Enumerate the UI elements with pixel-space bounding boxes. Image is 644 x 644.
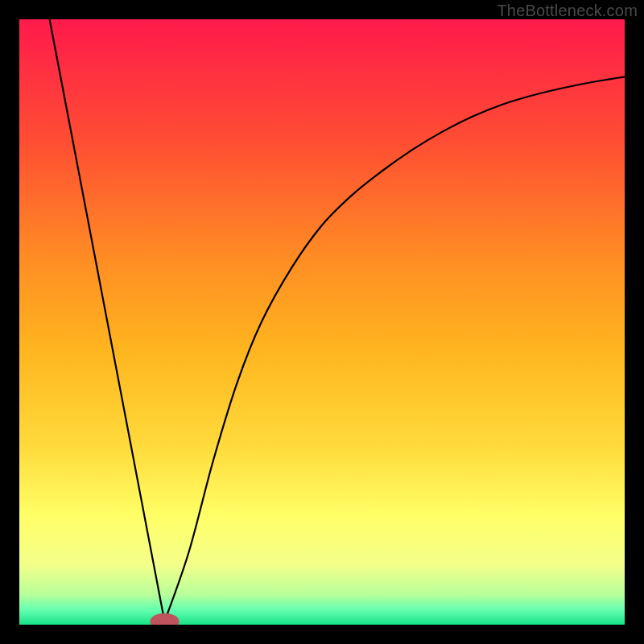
watermark-text: TheBottleneck.com xyxy=(497,2,638,20)
bottleneck-chart xyxy=(19,19,625,625)
chart-background xyxy=(19,19,625,625)
chart-frame xyxy=(19,19,625,625)
